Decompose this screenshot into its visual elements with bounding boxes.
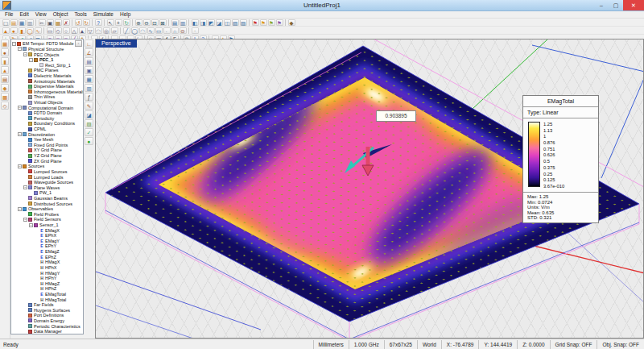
image-icon[interactable]: ▨ <box>85 119 93 127</box>
view-top-icon[interactable]: ◧ <box>192 19 199 26</box>
tree-item-anisotropic-materials[interactable]: Anisotropic Materials <box>11 78 83 84</box>
view-iso-icon[interactable]: ▨ <box>240 19 247 26</box>
tree-item-emagtotal[interactable]: EEMagTotal <box>11 292 83 297</box>
draw-diamond-icon[interactable]: ◇ <box>55 27 62 34</box>
tree-item-boundary-conditions[interactable]: Boundary Conditions <box>11 121 83 127</box>
tree-item-pmc-planes[interactable]: PMC Planes <box>11 68 83 73</box>
tree-expander[interactable]: − <box>29 58 33 62</box>
zoom-window-icon[interactable]: ⊡ <box>151 19 159 26</box>
primitive-sphere-icon[interactable]: ● <box>10 27 18 34</box>
view-side-icon[interactable]: ▥ <box>180 19 187 26</box>
tree-panel-pin-button[interactable]: ▫ <box>75 40 82 47</box>
run-queue-icon[interactable]: ◆ <box>288 19 295 26</box>
tree-item-field-probes[interactable]: Field Probes <box>11 212 83 218</box>
layers-icon[interactable]: ▤ <box>85 57 93 65</box>
zoom-out-icon[interactable]: ⊖ <box>143 19 151 26</box>
new-icon[interactable]: ▢ <box>2 19 10 26</box>
draw-polyline-icon[interactable]: ∿ <box>147 27 155 34</box>
tree-expander[interactable]: − <box>23 185 27 189</box>
tree-item-yee-mesh[interactable]: Yee Mesh <box>11 137 83 143</box>
draw-pyramid-icon[interactable]: ▲ <box>79 27 86 34</box>
tree-item-domain-energy[interactable]: Domain Energy <box>11 318 83 324</box>
verify-icon[interactable]: ✓ <box>85 128 93 136</box>
tree-item-fdtd-domain[interactable]: FDTD Domain <box>11 110 83 116</box>
tree-item-plane-waves[interactable]: −Plane Waves <box>11 185 83 190</box>
tree-item-ephy[interactable]: EEPhY <box>11 243 83 249</box>
menu-edit[interactable]: Edit <box>16 11 31 18</box>
tree-item-rect-strip-1[interactable]: Rect_Strip_1 <box>11 62 83 68</box>
cut-icon[interactable]: ✂ <box>39 19 46 26</box>
draw-point-icon[interactable]: ∙ <box>163 27 171 34</box>
tree-item-hmagx[interactable]: HHMagX <box>11 260 83 265</box>
tree-item-emagz[interactable]: EEMagZ <box>11 249 83 255</box>
view-back-icon[interactable]: ▧ <box>232 19 239 26</box>
viewport-3d[interactable]: Perspective <box>95 39 644 339</box>
draw-ellipsoid-icon[interactable]: ○ <box>63 27 70 34</box>
tree-expander[interactable]: − <box>12 42 16 46</box>
sim-flag-violet-icon[interactable]: ⚑ <box>276 19 283 26</box>
view-bottom-icon[interactable]: ◨ <box>200 19 207 26</box>
view-left-icon[interactable]: ◩ <box>208 19 215 26</box>
close-button[interactable]: ✕ <box>623 0 644 10</box>
tree-item-sources[interactable]: −Sources <box>11 164 83 169</box>
tree-item-inhomogeneous-materials[interactable]: Inhomogeneous Materials <box>11 89 83 94</box>
select-icon[interactable]: ↖ <box>107 19 114 26</box>
quick-box-icon[interactable]: ▦ <box>1 39 9 48</box>
tree-item-em-tempo-fdtd-module[interactable]: −EM Tempo: FDTD Module <box>11 41 83 47</box>
menu-object[interactable]: Object <box>50 11 72 18</box>
tree-item-emagx[interactable]: EEMagX <box>11 227 83 233</box>
tree-item-dielectric-materials[interactable]: Dielectric Materials <box>11 73 83 79</box>
view-front-icon[interactable]: ◫ <box>224 19 231 26</box>
tree-item-fixed-grid-points[interactable]: Fixed Grid Points <box>11 143 83 148</box>
tree-item-periodic-characteristics[interactable]: Periodic Characteristics <box>11 323 83 329</box>
draw-curve-icon[interactable]: ∩ <box>171 27 179 34</box>
tree-item-hmagtotal[interactable]: HHMagTotal <box>11 297 83 302</box>
tree-item-data-manager[interactable]: Data Manager <box>11 329 83 334</box>
open-icon[interactable]: ▤ <box>10 19 18 26</box>
tree-item-far-fields[interactable]: Far Fields <box>11 302 83 308</box>
draw-dome-icon[interactable]: ◠ <box>95 27 102 34</box>
undo-icon[interactable]: ↺ <box>75 19 82 26</box>
tree-item-hphy[interactable]: HHPhY <box>11 276 83 281</box>
more-tools-icon[interactable]: · <box>192 27 199 34</box>
tree-item-observables[interactable]: −Observables <box>11 206 83 212</box>
draw-box-icon[interactable]: ▭ <box>47 27 54 34</box>
tree-item-gaussian-beams[interactable]: Gaussian Beams <box>11 196 83 202</box>
tree-item-xy-grid-plane[interactable]: XY Grid Plane <box>11 147 83 153</box>
maximize-button[interactable]: ▢ <box>609 0 623 10</box>
status-obj-snap[interactable]: Obj. Snap: OFF <box>597 340 644 349</box>
tree-item-pec-1[interactable]: −PEC_1 <box>11 57 83 63</box>
fx-icon[interactable]: ƒ <box>85 93 93 101</box>
draw-plate-icon[interactable]: ▱ <box>111 27 118 34</box>
tree-item-yz-grid-plane[interactable]: YZ Grid Plane <box>11 153 83 159</box>
tree-item-port-definitions[interactable]: Port Definitions <box>11 313 83 318</box>
zoom-extents-icon[interactable]: ⊠ <box>159 19 167 26</box>
tree-item-ephz[interactable]: EEPhZ <box>11 254 83 260</box>
tree-item-lumped-sources[interactable]: Lumped Sources <box>11 169 83 175</box>
sim-flag-yellow-icon[interactable]: ⚑ <box>260 19 267 26</box>
pan-icon[interactable]: + <box>115 19 122 26</box>
tree-item-pec-objects[interactable]: −PEC Objects <box>11 52 83 57</box>
tree-expander[interactable]: − <box>18 164 22 168</box>
tree-item-hphx[interactable]: HHPhX <box>11 265 83 271</box>
quick-wire-icon[interactable]: ◆ <box>1 84 9 92</box>
paste-icon[interactable]: ▩ <box>55 19 62 26</box>
clone-icon[interactable]: ▣ <box>85 66 93 74</box>
tree-expander[interactable]: − <box>18 132 22 136</box>
tree-item-virtual-objects[interactable]: Virtual Objects <box>11 100 83 106</box>
draw-wedge-icon[interactable]: ▽ <box>87 27 94 34</box>
tree-item-sensor-1[interactable]: −Sensor_1 <box>11 222 83 228</box>
tree-item-emagy[interactable]: EEMagY <box>11 239 83 244</box>
protractor-icon[interactable]: ∠ <box>85 48 93 56</box>
draw-circle-icon[interactable]: ◯ <box>131 27 138 34</box>
draw-line-icon[interactable]: ╱ <box>123 27 130 34</box>
help-icon[interactable]: ? <box>95 19 102 26</box>
draw-cone-icon[interactable]: △ <box>71 27 78 34</box>
tree-item-hmagz[interactable]: HHMagZ <box>11 280 83 286</box>
view-grid-icon[interactable]: ▦ <box>85 75 93 83</box>
annotate-icon[interactable]: ✎ <box>85 102 93 110</box>
menu-file[interactable]: File <box>2 11 16 18</box>
redo-icon[interactable]: ↻ <box>83 19 90 26</box>
quick-cone-icon[interactable]: ▲ <box>1 66 9 74</box>
table-view-icon[interactable]: ▥ <box>85 84 93 92</box>
